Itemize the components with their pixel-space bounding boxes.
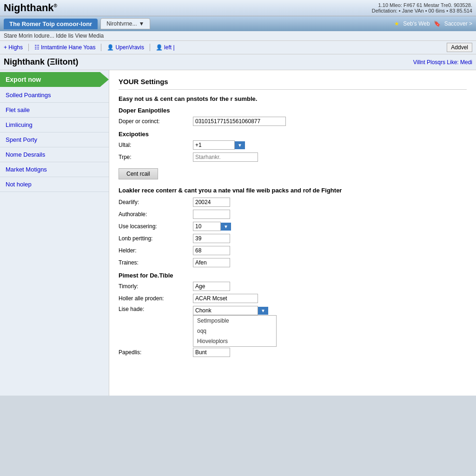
sidebar-item-spent[interactable]: Spent Porty	[0, 132, 109, 147]
section3-field1-input[interactable]	[193, 198, 230, 207]
nav-right-link2[interactable]: Saccover >	[444, 20, 472, 27]
section2-field2-input[interactable]	[193, 152, 258, 162]
section3-field4-label: Lonb pertting:	[119, 235, 193, 242]
sidebar-item-market[interactable]: Market Motigns	[0, 162, 109, 177]
section4-field1-label: Timorly:	[119, 283, 193, 290]
section3-field4-input[interactable]	[193, 234, 230, 243]
page-title: Nighthank (ΞIitont)	[4, 57, 79, 67]
section3-title: Loakler rece conterr & cant yrou a nate …	[119, 187, 467, 194]
section4-dropdown-arrow[interactable]: ▼	[258, 307, 268, 315]
sidebar-item-nome[interactable]: Nome Desrails	[0, 147, 109, 162]
section1-row1: Doper or corinct:	[119, 117, 467, 126]
section4-field4-input[interactable]	[193, 348, 230, 357]
section3-field2-input[interactable]	[193, 210, 230, 219]
toolbar-upenvavis[interactable]: 👤 UpenVravis	[107, 44, 144, 51]
user-icon: 👤	[156, 44, 163, 51]
dropdown-item-2[interactable]: oqq	[193, 326, 276, 336]
section3-select-wrapper: ▼	[193, 222, 231, 231]
section3-field6-label: Traines:	[119, 259, 193, 266]
section1-field1-input[interactable]	[193, 117, 286, 126]
add-button[interactable]: Addvel	[447, 43, 472, 52]
nav-tab-app[interactable]: Nirohtvrne... ▼	[100, 18, 150, 29]
section3-row2: Authorable:	[119, 210, 467, 219]
section1-field1-label: Doper or corinct:	[119, 118, 193, 125]
content-main-title: YOUR Settings	[119, 78, 467, 86]
person-icon: 👤	[107, 44, 114, 51]
section2-row2: Trpe:	[119, 152, 467, 162]
toolbar-sep3	[150, 44, 150, 51]
content-area: YOUR Settings Easy not us & cent can pns…	[109, 70, 476, 396]
sidebar-item-solled[interactable]: Solled Poantings	[0, 88, 109, 103]
section4-row4: Papedlis:	[119, 348, 467, 357]
dropdown-item-3[interactable]: Hioveloplors	[193, 336, 276, 346]
page-header-right-link[interactable]: Villnt Plosqrs Like: Medi	[413, 59, 472, 66]
section4-field4-label: Papedlis:	[119, 349, 193, 356]
section4-dropdown-list: Setlmposible oqq Hioveloplors	[193, 315, 277, 347]
grid-icon: ☷	[34, 44, 40, 51]
section3-row1: Dearlify:	[119, 198, 467, 207]
nav-bar: The Romer Toip comoor-lonr Nirohtvrne...…	[0, 16, 476, 31]
section4-field3-label: Lise hade:	[119, 306, 193, 312]
section4-row3: Lise hade: ▼ Setlmposible oqq Hioveloplo…	[119, 306, 467, 315]
nav-right-link1[interactable]: Seb's Web	[403, 20, 430, 27]
section2-field1-input[interactable]	[193, 140, 235, 150]
divider1	[119, 89, 467, 90]
bookmark-icon: 🔖	[434, 20, 441, 27]
section3-field1-label: Dearlify:	[119, 199, 193, 205]
section3-field2-label: Authorable:	[119, 211, 193, 218]
section4-field2-label: Holler alle proden:	[119, 295, 193, 302]
section4-field1-input[interactable]	[193, 282, 230, 291]
star-icon: ★	[394, 20, 399, 27]
top-bar: Nighthank® 1.10 Mleo: F#67 61 Mestar Tre…	[0, 0, 476, 16]
nav-right: ★ Seb's Web 🔖 Saccover >	[394, 20, 472, 27]
logo: Nighthank®	[4, 2, 57, 14]
section3-dropdown-arrow[interactable]: ▼	[221, 223, 231, 231]
section3-row4: Lonb pertting:	[119, 234, 467, 243]
sidebar-item-not-holep[interactable]: Not holep	[0, 177, 109, 192]
chevron-down-icon: ▼	[139, 20, 145, 27]
cent-rcail-button[interactable]: Cent rcail	[119, 168, 158, 179]
section4-title: Pimest for De.Tible	[119, 272, 467, 279]
section3-row6: Traines:	[119, 258, 467, 267]
content-main-desc: Easy not us & cent can pnstots for the r…	[119, 95, 467, 102]
section4-row2: Holler alle proden:	[119, 294, 467, 303]
section4-select-wrapper: ▼	[193, 306, 268, 315]
section3-field5-label: Helder:	[119, 247, 193, 254]
toolbar-sep1	[28, 44, 29, 51]
main-layout: Export now Solled Poantings Flet saile L…	[0, 70, 476, 396]
section3-row5: Helder:	[119, 246, 467, 255]
section2-dropdown-arrow[interactable]: ▼	[235, 141, 245, 149]
toolbar-left[interactable]: 👤 left |	[156, 44, 174, 51]
section3-row3: Use locasering: ▼	[119, 222, 467, 231]
section3-field3-input[interactable]	[193, 222, 221, 231]
section2-select-wrapper: ▼	[193, 140, 245, 150]
section2-field1-label: Ultal:	[119, 142, 193, 148]
section3-field3-label: Use locasering:	[119, 223, 193, 230]
sidebar-item-flet[interactable]: Flet saile	[0, 103, 109, 118]
section4-row1: Timorly:	[119, 282, 467, 291]
section4-dropdown-open: ▼ Setlmposible oqq Hioveloplors	[193, 306, 268, 315]
toolbar-sep2	[101, 44, 101, 51]
section1-title: Doper Eanipotiles	[119, 107, 467, 114]
section4-field3-input[interactable]	[193, 306, 258, 315]
toolbar-irntamtinle[interactable]: ☷ Irntamtinle Hane Yoas	[34, 44, 95, 51]
section2-field2-label: Trpe:	[119, 154, 193, 160]
section3-field5-input[interactable]	[193, 246, 230, 255]
section2-title: Excipoties	[119, 131, 467, 138]
section3-field6-input[interactable]	[193, 258, 230, 267]
sidebar-item-limlicuing[interactable]: Limlicuing	[0, 118, 109, 132]
section2-row1: Ultal: ▼	[119, 140, 467, 150]
section4-field2-input[interactable]	[193, 294, 258, 303]
page-header: Nighthank (ΞIitont) Villnt Plosqrs Like:…	[0, 54, 476, 70]
menu-bar: Stare Morin lodure... Idde lis View Medi…	[0, 31, 476, 41]
toolbar-highs[interactable]: + Highs	[4, 44, 23, 51]
top-bar-info: 1.10 Mleo: F#67 61 Mestar Tre0. 903528. …	[372, 2, 472, 13]
sidebar: Export now Solled Poantings Flet saile L…	[0, 70, 109, 396]
dropdown-item-1[interactable]: Setlmposible	[193, 316, 276, 326]
nav-tab-active[interactable]: The Romer Toip comoor-lonr	[4, 19, 98, 29]
sidebar-item-export-now[interactable]: Export now	[0, 72, 109, 87]
toolbar: + Highs ☷ Irntamtinle Hane Yoas 👤 UpenVr…	[0, 41, 476, 54]
